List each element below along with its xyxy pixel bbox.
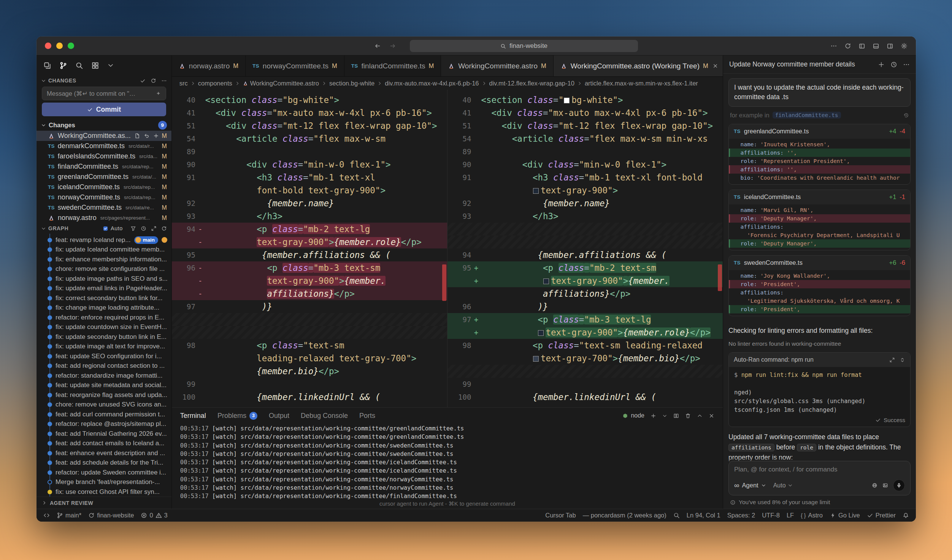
- eol-indicator[interactable]: LF: [787, 512, 794, 519]
- commit-item[interactable]: fix: use correct Ghost API filter syn...: [36, 487, 171, 497]
- commit-item[interactable]: fix: correct secondary button link for..…: [36, 293, 171, 303]
- web-search-icon[interactable]: [872, 482, 877, 488]
- code-line[interactable]: - text-gray-900">{member.: [172, 274, 447, 287]
- breadcrumb-item[interactable]: article.flex.max-w-sm.min-w-xs.flex-1.it…: [585, 80, 698, 87]
- code-line[interactable]: 98 <p class="text-sm leading-relaxed: [447, 339, 723, 352]
- breadcrumb-item[interactable]: div.mt-12.flex.flex-wrap.gap-10: [489, 80, 574, 87]
- changed-file-item[interactable]: TSswedenCommittee.tssrc/data/re...M: [36, 202, 171, 213]
- commit-item[interactable]: chore: remove unused SVG icons an...: [36, 400, 171, 410]
- go-live-button[interactable]: Go Live: [830, 512, 860, 519]
- commit-item[interactable]: refactor: replace @astrojs/sitemap pl...: [36, 419, 171, 429]
- changed-file-item[interactable]: TSdenmarkCommittee.tssrc/data/r...M: [36, 141, 171, 151]
- file-chip[interactable]: finlandCommittee.ts: [773, 112, 841, 119]
- toggle-secondary-sidebar-button[interactable]: [887, 43, 893, 49]
- breadcrumb-item[interactable]: div.mx-auto.max-w-4xl.px-6.pb-16: [385, 80, 479, 87]
- code-line[interactable]: 51 <div class="mt-12 flex flex-wrap gap-…: [172, 119, 447, 132]
- commit-item[interactable]: refactor: enforce required props in E...: [36, 313, 171, 323]
- code-line[interactable]: 93 </h3>: [447, 210, 723, 223]
- code-line[interactable]: 96 )}: [447, 300, 723, 313]
- commit-item[interactable]: fix: change image loading attribute...: [36, 303, 171, 313]
- toggle-panel-button[interactable]: [873, 43, 879, 49]
- extensions-button[interactable]: [91, 62, 99, 70]
- commit-item[interactable]: feat: add regional contact section to ..…: [36, 361, 171, 371]
- editor-tab[interactable]: TSnorwayCommittee.tsM: [246, 55, 344, 76]
- commit-item[interactable]: fix: update email links in PageHeader...: [36, 284, 171, 294]
- graph-auto-checkbox[interactable]: Auto: [103, 225, 123, 231]
- commit-item[interactable]: feat: update SEO configuration for i...: [36, 351, 171, 361]
- editor-tab[interactable]: WorkingCommittee.astro (Working Tree)M: [554, 55, 725, 76]
- changes-section-header[interactable]: CHANGES: [36, 75, 171, 86]
- explorer-button[interactable]: [43, 62, 51, 70]
- cursor-position[interactable]: Ln 94, Col 1: [687, 512, 720, 519]
- code-line[interactable]: 95 {member.affiliations && (: [172, 248, 447, 261]
- graph-refresh-icon[interactable]: [161, 226, 167, 231]
- changed-file-item[interactable]: TSfinlandCommittee.tssrc/data/rep...M: [36, 161, 171, 172]
- generate-commit-message-icon[interactable]: [155, 91, 161, 96]
- code-line[interactable]: 96- <p class="mb-3 text-sm: [172, 261, 447, 274]
- changes-tree-header[interactable]: Changes 9: [36, 119, 171, 131]
- panel-tab[interactable]: Problems3: [217, 412, 257, 420]
- code-line[interactable]: 94- <p class="mb-2 text-lg: [172, 223, 447, 236]
- commit-item[interactable]: feat: enhance event description and ...: [36, 448, 171, 458]
- zoom-window-button[interactable]: [68, 43, 74, 49]
- more-actions-button[interactable]: [830, 43, 837, 49]
- cursor-tab-toggle[interactable]: Cursor Tab: [545, 512, 576, 519]
- chat-messages[interactable]: I want you to update the actual code ins…: [723, 74, 916, 509]
- remote-indicator[interactable]: [43, 512, 50, 519]
- code-line[interactable]: 91 <h3 class="mb-1 text-xl: [172, 171, 447, 184]
- code-line[interactable]: 92 {member.name}: [447, 197, 723, 210]
- code-line[interactable]: text-gray-900">: [447, 184, 723, 197]
- panel-tab[interactable]: Ports: [359, 412, 375, 420]
- file-diff-card[interactable]: TSgreenlandCommittee.ts+4-4 name: 'Inuut…: [728, 124, 911, 185]
- refresh-scm-icon[interactable]: [151, 78, 156, 84]
- commit-message-input[interactable]: Message (⌘↵ to commit on "…: [42, 87, 166, 100]
- commit-item[interactable]: feat: revamp Iceland rep...main: [36, 235, 171, 245]
- commit-item[interactable]: feat: add curl command permission t...: [36, 410, 171, 419]
- agent-review-section[interactable]: AGENT REVIEW: [36, 497, 171, 509]
- chat-more-icon[interactable]: [903, 61, 910, 68]
- editor-tab[interactable]: TSfinlandCommittee.tsM: [344, 55, 441, 76]
- repo-indicator[interactable]: finan-website: [88, 512, 134, 519]
- file-diff-card[interactable]: TSicelandCommittee.ts+1-1 name: 'Marvi G…: [728, 190, 911, 250]
- settings-button[interactable]: [901, 43, 908, 49]
- code-line[interactable]: 92 {member.name}: [172, 197, 447, 210]
- commit-item[interactable]: feat: update site metadata and social...: [36, 381, 171, 391]
- commit-item[interactable]: feat: add contact emails to Iceland a...: [36, 439, 171, 449]
- code-line[interactable]: + text-gray-900">{member.: [447, 274, 723, 287]
- attach-image-icon[interactable]: [882, 482, 888, 488]
- code-line[interactable]: 51 <div class="mt-12 flex flex-wrap gap-…: [447, 119, 723, 132]
- breadcrumb-item[interactable]: src: [179, 80, 188, 87]
- scm-more-icon[interactable]: [161, 78, 167, 84]
- code-line[interactable]: {member.bio}</p>: [172, 365, 447, 378]
- more-views-button[interactable]: [107, 62, 114, 69]
- code-line[interactable]: font-bold text-gray-900">: [172, 184, 447, 197]
- branch-indicator[interactable]: main*: [57, 512, 81, 519]
- breadcrumb-item[interactable]: section.bg-white: [329, 80, 374, 87]
- indentation-indicator[interactable]: Spaces: 2: [727, 512, 755, 519]
- agent-mode-selector[interactable]: ∞ Agent: [734, 482, 766, 489]
- changed-file-item[interactable]: TSgreenlandCommittee.tssrc/data/...M: [36, 172, 171, 182]
- back-button[interactable]: [374, 43, 381, 49]
- graph-filter-icon[interactable]: [130, 226, 136, 231]
- code-line[interactable]: 90 <div class="min-w-0 flex-1">: [172, 158, 447, 171]
- collapse-terminal-icon[interactable]: [900, 357, 905, 363]
- code-line[interactable]: 41 <div class="mx-auto max-w-4xl px-6 pb…: [172, 106, 447, 119]
- changed-file-item[interactable]: TSnorwayCommittee.tssrc/data/rep...M: [36, 192, 171, 202]
- code-line[interactable]: - affiliations}</p>: [172, 287, 447, 300]
- chat-input[interactable]: Plan, @ for context, / for commands ∞ Ag…: [728, 461, 911, 495]
- notifications-bell[interactable]: [903, 512, 909, 519]
- commit-item[interactable]: feat: reorganize flag assets and upda...: [36, 390, 171, 400]
- graph-expand-icon[interactable]: [151, 226, 157, 231]
- file-diff-card[interactable]: TSswedenCommittee.ts+6-6 name: 'Joy Kong…: [728, 255, 911, 316]
- search-button[interactable]: [75, 62, 83, 70]
- expand-terminal-icon[interactable]: [889, 357, 895, 363]
- commit-item[interactable]: fix: update Iceland committee memb...: [36, 245, 171, 255]
- panel-tab[interactable]: Debug Console: [301, 412, 348, 420]
- panel-tab[interactable]: Output: [269, 412, 289, 420]
- code-line[interactable]: + text-gray-900">{member.role}</p>: [447, 326, 723, 339]
- commit-item[interactable]: refactor: update Sweden committee i...: [36, 468, 171, 478]
- terminal-instance[interactable]: node: [622, 412, 644, 419]
- changed-file-item[interactable]: norway.astrosrc/pages/represent...M: [36, 213, 171, 223]
- changed-file-item[interactable]: TSfaroeIslandsCommittee.tssrc/da...M: [36, 151, 171, 161]
- toggle-sidebar-button[interactable]: [858, 43, 865, 49]
